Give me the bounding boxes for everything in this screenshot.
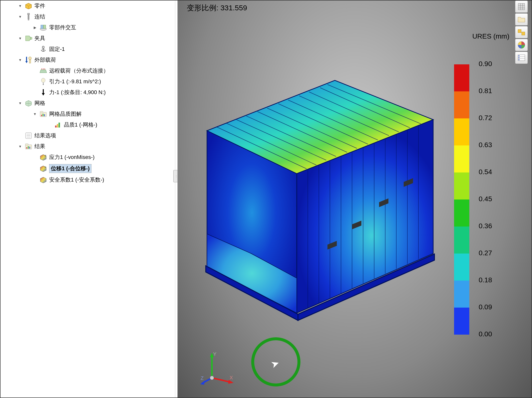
svg-rect-4 xyxy=(28,13,30,15)
svg-marker-112 xyxy=(200,380,205,385)
svg-rect-40 xyxy=(44,114,45,116)
tree-item-external-loads[interactable]: ▼ 外部载荷 xyxy=(0,55,175,65)
legend-color-bar xyxy=(454,64,469,335)
svg-rect-42 xyxy=(57,124,58,128)
component-interaction-icon xyxy=(39,24,47,31)
axis-triad[interactable]: Y X Z xyxy=(200,351,234,385)
fea-model xyxy=(190,77,436,322)
tree-item-stress[interactable]: σ 应力1 (-vonMises-) xyxy=(0,152,175,163)
expander-icon[interactable]: ▼ xyxy=(18,3,23,8)
open-folder-button[interactable] xyxy=(515,13,528,26)
svg-marker-13 xyxy=(26,36,30,41)
tree-item-mesh-quality-plot[interactable]: ▼ 网格品质图解 xyxy=(0,109,175,119)
svg-line-72 xyxy=(320,88,410,128)
expander-icon[interactable]: ▼ xyxy=(18,57,23,62)
mesh-view-button[interactable] xyxy=(515,0,528,13)
legend-value: 0.72 xyxy=(479,114,492,141)
spacer xyxy=(32,79,37,84)
svg-rect-37 xyxy=(40,111,43,113)
tree-item-result-options[interactable]: 结果选项 xyxy=(0,130,175,141)
expander-icon[interactable]: ▶ xyxy=(32,25,37,30)
tree-item-fixtures[interactable]: ▼ 夹具 xyxy=(0,33,175,44)
svg-marker-19 xyxy=(25,61,28,63)
svg-rect-41 xyxy=(55,126,57,128)
legend-value: 0.45 xyxy=(479,195,492,222)
tree-label: 夹具 xyxy=(34,35,45,42)
svg-line-68 xyxy=(278,104,368,144)
legend-segment xyxy=(454,64,469,91)
tree-item-force[interactable]: 力-1 (:按条目: 4,900 N:) xyxy=(0,87,175,98)
3d-viewport[interactable]: 变形比例: 331.559 xyxy=(177,0,532,398)
tree-item-parts[interactable]: ▼ 零件 xyxy=(0,0,175,11)
svg-rect-39 xyxy=(43,114,44,116)
tree-label: 引力-1 (:-9.81 m/s^2:) xyxy=(49,78,101,85)
tree-label: 网格品质图解 xyxy=(49,110,82,118)
legend-value: 0.27 xyxy=(479,249,492,276)
svg-rect-12 xyxy=(43,25,46,28)
tree-item-gravity[interactable]: 引力-1 (:-9.81 m/s^2:) xyxy=(0,76,175,87)
expander-icon[interactable]: ▼ xyxy=(18,101,23,106)
svg-rect-5 xyxy=(28,15,29,20)
tree-label: 外部载荷 xyxy=(34,56,56,64)
expander-icon[interactable]: ▼ xyxy=(32,112,37,116)
legend-segment xyxy=(454,254,469,281)
svg-line-65 xyxy=(246,116,336,156)
list-button[interactable] xyxy=(515,52,528,64)
expander-icon[interactable]: ▼ xyxy=(18,14,23,19)
tree-item-component-interaction[interactable]: ▶ 零部件交互 xyxy=(0,22,175,33)
fixtures-icon xyxy=(25,34,32,42)
expander-icon[interactable]: ▼ xyxy=(18,36,23,41)
svg-rect-87 xyxy=(327,241,337,249)
svg-text:σ: σ xyxy=(44,154,46,157)
legend-values: 0.900.810.720.630.540.450.360.270.180.09… xyxy=(479,60,492,357)
folder-chart-icon xyxy=(39,110,47,118)
tree-item-fixed[interactable]: 固定-1 xyxy=(0,44,175,55)
connections-icon xyxy=(25,13,32,21)
tree-item-displacement[interactable]: u 位移1 (-合位移-) xyxy=(0,163,175,174)
external-loads-icon xyxy=(25,56,32,64)
svg-point-26 xyxy=(41,78,45,83)
splitter[interactable]: ⋮ xyxy=(175,0,177,398)
spacer xyxy=(32,155,37,160)
svg-line-64 xyxy=(236,120,326,160)
svg-rect-14 xyxy=(30,37,32,39)
expander-icon[interactable]: ▼ xyxy=(18,144,23,149)
legend-segment xyxy=(454,281,469,308)
legend-value: 0.18 xyxy=(479,276,492,303)
svg-text:Z: Z xyxy=(201,375,204,381)
svg-rect-96 xyxy=(518,29,521,33)
svg-rect-50 xyxy=(26,147,27,149)
legend-segment xyxy=(454,308,469,335)
tree-item-results[interactable]: ▼ 结果 xyxy=(0,141,175,152)
tree-label: 品质1 (-网格-) xyxy=(64,121,97,128)
spacer xyxy=(32,166,37,171)
anchor-icon xyxy=(39,45,47,53)
compare-button[interactable] xyxy=(515,26,528,38)
svg-rect-88 xyxy=(352,221,361,229)
appearance-button[interactable] xyxy=(515,39,528,51)
tree-label: 连结 xyxy=(34,13,45,20)
svg-marker-59 xyxy=(297,120,433,313)
svg-marker-57 xyxy=(40,177,46,183)
legend-value: 0.81 xyxy=(479,87,492,114)
svg-marker-85 xyxy=(206,266,298,320)
tree-label: 固定-1 xyxy=(49,45,65,53)
svg-rect-52 xyxy=(29,147,30,149)
svg-line-69 xyxy=(288,100,378,140)
tree-item-mesh[interactable]: ▼ 网格 xyxy=(0,98,175,109)
tree-label: 力-1 (:按条目: 4,900 N:) xyxy=(49,89,106,96)
legend-value: 0.54 xyxy=(479,168,492,195)
svg-line-66 xyxy=(257,112,347,152)
tree-item-connections[interactable]: ▼ 连结 xyxy=(0,11,175,22)
legend-value: 0.90 xyxy=(479,60,492,87)
svg-rect-102 xyxy=(518,55,519,56)
svg-rect-104 xyxy=(518,59,519,60)
result-options-icon xyxy=(25,132,32,140)
spacer xyxy=(32,90,37,95)
svg-marker-60 xyxy=(207,131,297,313)
tree-item-quality[interactable]: 品质1 (-网格-) xyxy=(0,119,175,130)
svg-point-15 xyxy=(42,46,44,48)
tree-item-remote-load[interactable]: 远程载荷（分布式连接） xyxy=(0,65,175,76)
tree-item-safety-factor[interactable]: 安全系数1 (-安全系数-) xyxy=(0,174,175,185)
legend-value: 0.00 xyxy=(479,330,492,357)
